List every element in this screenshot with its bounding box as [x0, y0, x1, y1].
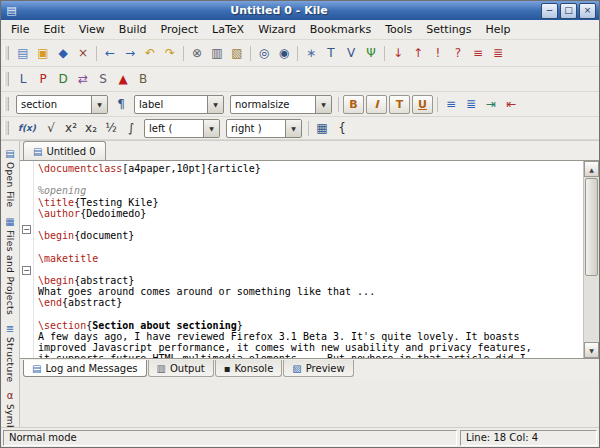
sidebar-tab-structure[interactable]: ≣Structure — [5, 319, 15, 386]
code-area[interactable]: −− \documentclass[a4paper,10pt]{article}… — [20, 161, 583, 358]
titlebar[interactable]: ▤ Untitled 0 - Kile −□× — [1, 1, 599, 20]
code-line[interactable]: \section{Section about sectioning} — [38, 320, 583, 331]
code-line[interactable]: \maketitle — [38, 253, 583, 264]
sidebar-tab-files-and-projects[interactable]: ▦Files and Projects — [5, 212, 15, 319]
vertical-scrollbar[interactable]: ▲ ▼ — [583, 161, 599, 358]
latex-icon[interactable]: L — [14, 70, 32, 88]
subscript-icon[interactable]: x₂ — [82, 119, 100, 137]
undo-icon[interactable]: ↶ — [141, 44, 159, 62]
code-line[interactable]: improved Javascript performance, it come… — [38, 342, 583, 353]
close-button[interactable]: × — [579, 3, 596, 19]
fraction-icon[interactable]: ½ — [102, 119, 120, 137]
superscript-icon[interactable]: x² — [62, 119, 80, 137]
code-line[interactable]: %opening — [38, 185, 583, 196]
indent-more-icon[interactable]: ⇥ — [482, 95, 500, 113]
code-line[interactable] — [38, 308, 583, 319]
bold-button[interactable]: B — [343, 95, 364, 114]
structure-view-icon[interactable]: Ψ — [362, 44, 380, 62]
find-next-icon[interactable]: ◉ — [275, 44, 293, 62]
code-line[interactable]: What goes around comes around or somethi… — [38, 286, 583, 297]
bibtex-icon[interactable]: B — [134, 70, 152, 88]
cut-icon[interactable]: ⊗ — [188, 44, 206, 62]
quickbuild-icon[interactable]: ∗ — [302, 44, 320, 62]
code-line[interactable] — [38, 219, 583, 230]
italic-button[interactable]: I — [366, 95, 387, 114]
code-line[interactable]: \documentclass[a4paper,10pt]{article} — [38, 163, 583, 174]
copy-icon[interactable]: ▥ — [208, 44, 226, 62]
scroll-up-icon[interactable]: ▲ — [584, 161, 599, 177]
bottom-tab-preview[interactable]: ▧Preview — [283, 360, 353, 377]
code-line[interactable] — [38, 264, 583, 275]
menu-item-wizard[interactable]: Wizard — [251, 21, 303, 38]
bottom-tab-log-and-messages[interactable]: ▤Log and Messages — [23, 360, 147, 377]
maximize-button[interactable]: □ — [560, 3, 577, 19]
back-icon[interactable]: ← — [101, 44, 119, 62]
fold-marker-icon[interactable]: − — [22, 225, 31, 234]
section-combo[interactable]: section▼ — [16, 95, 108, 114]
cases-icon[interactable]: { — [333, 119, 351, 137]
menu-item-help[interactable]: Help — [478, 21, 517, 38]
toolbar-handle[interactable] — [4, 121, 9, 135]
code-line[interactable]: \begin{document} — [38, 230, 583, 241]
matrix-icon[interactable]: ▦ — [313, 119, 331, 137]
view-output-icon[interactable]: V — [342, 44, 360, 62]
right-delimiter-combo[interactable]: right )▼ — [226, 119, 302, 138]
view-pdf-icon[interactable]: ▲ — [114, 70, 132, 88]
latex-compile-icon[interactable]: T — [322, 44, 340, 62]
close-document-icon[interactable]: × — [74, 44, 92, 62]
view-ps-icon[interactable]: S — [94, 70, 112, 88]
square-root-icon[interactable]: √ — [42, 119, 60, 137]
code-line[interactable] — [38, 174, 583, 185]
indent-less-icon[interactable]: ⇤ — [502, 95, 520, 113]
scrollbar-thumb[interactable] — [585, 178, 598, 276]
warning-icon[interactable]: ! — [429, 44, 447, 62]
minimize-button[interactable]: − — [541, 3, 558, 19]
code-line[interactable]: \title{Testing Kile} — [38, 197, 583, 208]
menu-item-latex[interactable]: LaTeX — [205, 21, 251, 38]
menu-item-view[interactable]: View — [72, 21, 112, 38]
previous-error-icon[interactable]: ↑ — [409, 44, 427, 62]
log-list-icon[interactable]: ≡ — [469, 44, 487, 62]
toolbar-handle[interactable] — [4, 97, 9, 111]
chevron-down-icon[interactable]: ▼ — [285, 120, 301, 137]
menu-item-edit[interactable]: Edit — [36, 21, 71, 38]
open-folder-icon[interactable]: ▣ — [34, 44, 52, 62]
new-document-icon[interactable]: ▤ — [14, 44, 32, 62]
enumerate-icon[interactable]: ≣ — [462, 95, 480, 113]
paragraph-icon[interactable]: ¶ — [112, 95, 130, 113]
toolbar-handle[interactable] — [4, 46, 9, 60]
dvi-to-pdf-icon[interactable]: ⇄ — [74, 70, 92, 88]
bottom-tab-konsole[interactable]: ▪Konsole — [215, 360, 283, 377]
code-line[interactable] — [38, 241, 583, 252]
messages-list-icon[interactable]: ≣ — [489, 44, 507, 62]
underline-button[interactable]: U — [412, 95, 433, 114]
menu-item-settings[interactable]: Settings — [419, 21, 478, 38]
menu-item-tools[interactable]: Tools — [378, 21, 419, 38]
find-icon[interactable]: ◎ — [255, 44, 273, 62]
code-line[interactable]: \author{Dedoimedo} — [38, 208, 583, 219]
menu-item-file[interactable]: File — [4, 21, 36, 38]
question-icon[interactable]: ? — [449, 44, 467, 62]
save-icon[interactable]: ◆ — [54, 44, 72, 62]
chevron-down-icon[interactable]: ▼ — [91, 96, 107, 113]
redo-icon[interactable]: ↷ — [161, 44, 179, 62]
left-delimiter-combo[interactable]: left (▼ — [144, 119, 220, 138]
forward-icon[interactable]: → — [121, 44, 139, 62]
bottom-tab-output[interactable]: ▥Output — [148, 360, 214, 377]
typewriter-button[interactable]: T — [389, 95, 410, 114]
menu-item-build[interactable]: Build — [112, 21, 154, 38]
next-error-icon[interactable]: ↓ — [389, 44, 407, 62]
sidebar-tab-open-file[interactable]: ▤Open File — [5, 144, 15, 212]
math-function-icon[interactable]: f(x) — [14, 119, 40, 137]
menu-item-project[interactable]: Project — [153, 21, 205, 38]
paste-icon[interactable]: ▧ — [228, 44, 246, 62]
scrollbar-track[interactable] — [584, 177, 599, 342]
size-combo[interactable]: normalsize▼ — [230, 95, 332, 114]
code-line[interactable]: \end{abstract} — [38, 297, 583, 308]
chevron-down-icon[interactable]: ▼ — [207, 96, 223, 113]
chevron-down-icon[interactable]: ▼ — [203, 120, 219, 137]
code-line[interactable]: \begin{abstract} — [38, 275, 583, 286]
itemize-icon[interactable]: ≡ — [442, 95, 460, 113]
editor-tab-untitled-0[interactable]: ▤ Untitled 0 — [23, 141, 106, 160]
fold-marker-icon[interactable]: − — [22, 266, 31, 275]
